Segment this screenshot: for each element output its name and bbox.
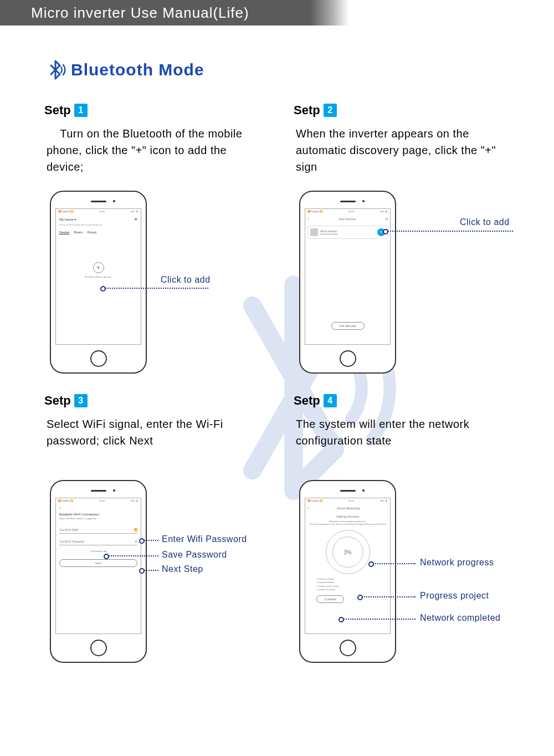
step-desc: When the inverter appears on the automat… — [294, 125, 504, 175]
remember-checkbox[interactable]: ✔ Remember Me — [59, 550, 137, 553]
step-label: Setp — [44, 103, 71, 118]
screen-title: Establish Wi-Fi Connection — [59, 513, 137, 516]
callout-label: Click to add — [161, 275, 211, 285]
step-num: 3 — [74, 394, 88, 407]
device-icon — [310, 228, 318, 236]
step-4: Setp 4 The system will enter the network… — [294, 394, 526, 663]
tab-group[interactable]: Group — [87, 231, 96, 234]
back-button[interactable]: ‹ — [59, 505, 137, 510]
step-label: Setp — [44, 394, 71, 408]
phone-mockup: 📶中国移动 🔁10:2098% 🔋 ‹ Establish Wi-Fi Conn… — [50, 480, 147, 663]
progress-value: 3% — [343, 549, 351, 555]
step-desc: Select WiFi signal, enter the Wi-Fi pass… — [44, 416, 255, 449]
callout-label: Click to add — [460, 217, 510, 227]
page-header: Micro inverter Use Manual(Life) — [0, 0, 554, 25]
tab-room[interactable]: Room — [74, 231, 83, 234]
eye-icon[interactable]: 👁 — [135, 540, 137, 543]
callout-label: Enter Wifi Password — [162, 534, 247, 544]
wifi-icon: 📶 — [134, 528, 137, 532]
bluetooth-icon — [44, 59, 66, 81]
phone-mockup: 📶中国移动 🔁10:2098% 🔋 ‹ Auto Discover ⊞ Micr… — [299, 191, 396, 374]
phone-mockup: 📶中国移动 🔁10:2098% 🔋 My Home ▾+ Sunny 22℃ |… — [50, 191, 147, 374]
wifi-ssid-field[interactable]: You Wi-Fi SSID📶 — [59, 527, 137, 534]
step-desc: The system will enter the network config… — [294, 416, 504, 449]
home-button[interactable] — [90, 350, 107, 367]
step-1: Setp 1 Turn on the Bluetooth of the mobi… — [44, 103, 277, 374]
page-title: Micro inverter Use Manual(Life) — [31, 4, 249, 22]
step-num: 1 — [74, 104, 88, 117]
section-title: Bluetooth Mode — [44, 59, 526, 81]
callout-label: Next Step — [162, 564, 203, 574]
back-button[interactable]: ‹ — [307, 505, 309, 510]
complete-button[interactable]: Complete — [316, 595, 344, 603]
next-button[interactable]: Next — [59, 559, 137, 567]
home-button[interactable] — [90, 640, 107, 656]
back-button[interactable]: ‹ — [307, 216, 309, 221]
step-num: 4 — [324, 394, 337, 407]
callout-label: Progress project — [420, 591, 489, 601]
progress-steps-list: ✔ Device is found ✔ Connect Device • Con… — [305, 578, 390, 592]
step-desc: Turn on the Bluetooth of the mobile phon… — [44, 125, 255, 175]
tab-device[interactable]: Device — [59, 231, 69, 234]
progress-ring: 3% — [326, 530, 370, 574]
add-device-center-button[interactable]: + — [93, 262, 104, 273]
callout-label: Network completed — [420, 613, 500, 623]
home-button[interactable] — [340, 350, 356, 367]
screen-title: Auto Discover — [338, 217, 356, 221]
step-2: Setp 2 When the inverter appears on the … — [294, 103, 526, 374]
add-manually-button[interactable]: Add Manually — [331, 322, 365, 330]
wifi-password-field[interactable]: You Wi-Fi Password👁 — [59, 538, 137, 545]
step-num: 2 — [324, 104, 337, 117]
home-button[interactable] — [340, 640, 356, 656]
screen-title: Device Networking — [337, 507, 360, 510]
step-label: Setp — [294, 103, 320, 118]
device-card: Micro Inverter28:6C:90:19:8:88 + — [307, 226, 388, 239]
callout-label: Save Password — [162, 550, 227, 560]
step-3: Setp 3 Select WiFi signal, enter the Wi-… — [44, 394, 277, 663]
add-device-plus[interactable]: + — [134, 216, 137, 222]
callout-label: Network progress — [420, 558, 494, 568]
home-title[interactable]: My Home ▾ — [59, 217, 76, 221]
section-title-text: Bluetooth Mode — [71, 60, 204, 79]
step-label: Setp — [294, 394, 320, 408]
scan-icon[interactable]: ⊞ — [386, 217, 388, 221]
phone-mockup: 📶中国移动 🔁10:2098% 🔋 ‹ Device Networking Ad… — [299, 480, 396, 663]
